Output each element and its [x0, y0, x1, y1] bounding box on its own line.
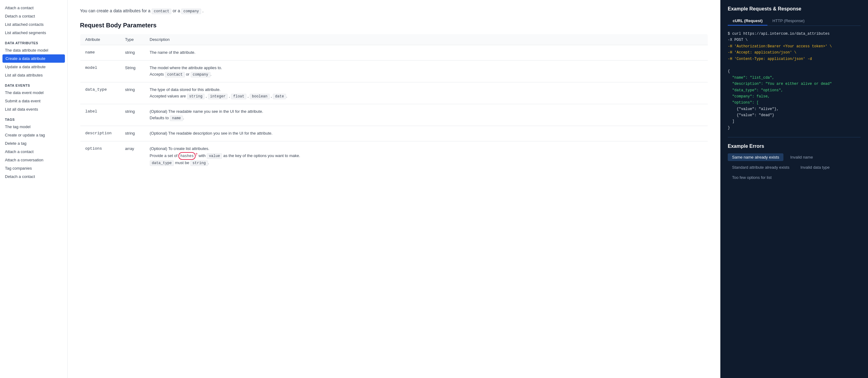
- code-block: $ curl https://api.intercom.io/data_attr…: [728, 31, 861, 131]
- sidebar-item-detach-a-contact[interactable]: Detach a contact: [0, 12, 67, 20]
- sidebar-item-list-attached-contacts[interactable]: List attached contacts: [0, 20, 67, 29]
- tab-curl[interactable]: cURL (Request): [728, 16, 768, 26]
- cell-desc-name: The name of the attribute.: [145, 45, 708, 61]
- code-line: "description": "You are either alive or …: [728, 82, 832, 86]
- tab-http[interactable]: HTTP (Response): [768, 16, 810, 26]
- cell-attr-label: label: [80, 104, 120, 126]
- sidebar-item-create-or-update-a-tag[interactable]: Create or update a tag: [0, 131, 67, 139]
- cell-attr-name: name: [80, 45, 120, 61]
- sidebar-item-tag-companies[interactable]: Tag companies: [0, 164, 67, 172]
- cell-attr-description: description: [80, 126, 120, 141]
- sidebar-section-tags: TAGS: [0, 113, 67, 123]
- sidebar-item-list-all-data-attributes[interactable]: List all data attributes: [0, 71, 67, 79]
- section-divider: [728, 137, 861, 137]
- right-panel: Example Requests & Response cURL (Reques…: [720, 0, 868, 378]
- error-tab-too-few-options-for-list[interactable]: Too few options for list: [728, 174, 776, 181]
- cell-type-label: string: [120, 104, 145, 126]
- cell-type-name: string: [120, 45, 145, 61]
- intro-code-contact: contact: [152, 9, 171, 14]
- code-line: {"value": "dead"}: [728, 113, 774, 117]
- sidebar-item-the-data-event-model[interactable]: The data event model: [0, 89, 67, 97]
- intro-code-company: company: [181, 9, 201, 14]
- sidebar-item-the-tag-model[interactable]: The tag model: [0, 123, 67, 131]
- code-line: -X POST \: [728, 38, 748, 42]
- sidebar-item-submit-a-data-event[interactable]: Submit a data event: [0, 97, 67, 105]
- sidebar: Attach a contactDetach a contactList att…: [0, 0, 68, 378]
- code-line: "company": false,: [728, 94, 770, 99]
- cell-type-description: string: [120, 126, 145, 141]
- sidebar-item-list-all-data-events[interactable]: List all data events: [0, 105, 67, 113]
- code-line: ]: [728, 119, 735, 124]
- code-line: "data_type": "options",: [728, 88, 783, 93]
- col-attribute: Attribute: [80, 34, 120, 45]
- cell-type-options: array: [120, 141, 145, 171]
- cell-type-data_type: string: [120, 82, 145, 104]
- table-row: descriptionstring(Optional) The readable…: [80, 126, 708, 141]
- section-title: Request Body Parameters: [80, 22, 708, 29]
- cell-type-model: String: [120, 60, 145, 82]
- cell-desc-label: (Optional) The readable name you see in …: [145, 104, 708, 126]
- error-tab-same-name-already-exists[interactable]: Same name already exists: [728, 153, 783, 161]
- code-line: {"value": "alive"},: [728, 107, 779, 111]
- error-tab-invalid-data-type[interactable]: Invalid data type: [796, 164, 834, 171]
- errors-title: Example Errors: [728, 143, 861, 149]
- table-row: namestringThe name of the attribute.: [80, 45, 708, 61]
- cell-desc-data_type: The type of data stored for this attribu…: [145, 82, 708, 104]
- sidebar-item-attach-a-contact[interactable]: Attach a contact: [0, 4, 67, 12]
- code-line: $ curl https://api.intercom.io/data_attr…: [728, 32, 830, 36]
- error-tabs-container: Same name already existsInvalid nameStan…: [728, 153, 861, 181]
- intro-paragraph: You can create a data attributes for a c…: [80, 7, 708, 14]
- cell-attr-options: options: [80, 141, 120, 171]
- sidebar-item-attach-a-conversation[interactable]: Attach a conversation: [0, 156, 67, 164]
- cell-attr-model: model: [80, 60, 120, 82]
- intro-text-start: You can create a data attributes for a: [80, 8, 150, 13]
- error-tab-standard-attribute-already-exists[interactable]: Standard attribute already exists: [728, 164, 794, 171]
- main-content: You can create a data attributes for a c…: [68, 0, 720, 378]
- params-table: Attribute Type Description namestringThe…: [80, 34, 708, 171]
- sidebar-item-list-attached-segments[interactable]: List attached segments: [0, 29, 67, 37]
- sidebar-item-delete-a-tag[interactable]: Delete a tag: [0, 139, 67, 147]
- code-line: -H 'Content-Type: application/json' -d: [728, 57, 812, 61]
- table-row: modelStringThe model where the attribute…: [80, 60, 708, 82]
- col-type: Type: [120, 34, 145, 45]
- sidebar-item-the-data-attribute-model[interactable]: The data attribute model: [0, 46, 67, 55]
- cell-desc-options: (Optional) To create list attributes.Pro…: [145, 141, 708, 171]
- tab-bar: cURL (Request) HTTP (Response): [728, 16, 861, 26]
- cell-desc-model: The model where the attribute applies to…: [145, 60, 708, 82]
- sidebar-item-update-a-data-attribute[interactable]: Update a data attribute: [0, 63, 67, 71]
- code-line: "name": "list_cda",: [728, 76, 774, 80]
- sidebar-item-attach-a-contact[interactable]: Attach a contact: [0, 147, 67, 156]
- error-tab-invalid-name[interactable]: Invalid name: [786, 153, 817, 161]
- intro-text-mid: or a: [173, 8, 181, 13]
- cell-attr-data_type: data_type: [80, 82, 120, 104]
- code-line: -H 'Authorization:Bearer <Your access to…: [728, 44, 832, 48]
- col-description: Description: [145, 34, 708, 45]
- panel-title: Example Requests & Response: [728, 6, 861, 12]
- table-row: labelstring(Optional) The readable name …: [80, 104, 708, 126]
- sidebar-item-detach-a-contact[interactable]: Detach a contact: [0, 172, 67, 181]
- cell-desc-description: (Optional) The readable description you …: [145, 126, 708, 141]
- table-container: Attribute Type Description namestringThe…: [80, 34, 708, 171]
- sidebar-section-data-attributes: DATA ATTRIBUTES: [0, 37, 67, 46]
- code-line: {: [728, 69, 730, 73]
- code-line: -H 'Accept: application/json' \: [728, 50, 796, 55]
- sidebar-item-create-a-data-attribute[interactable]: Create a data attribute: [2, 55, 65, 63]
- code-line: "options": [: [728, 101, 759, 105]
- code-line: }: [728, 126, 730, 130]
- intro-text-end: .: [203, 8, 204, 13]
- sidebar-section-data-events: DATA EVENTS: [0, 79, 67, 89]
- table-row: data_typestringThe type of data stored f…: [80, 82, 708, 104]
- table-row: optionsarray(Optional) To create list at…: [80, 141, 708, 171]
